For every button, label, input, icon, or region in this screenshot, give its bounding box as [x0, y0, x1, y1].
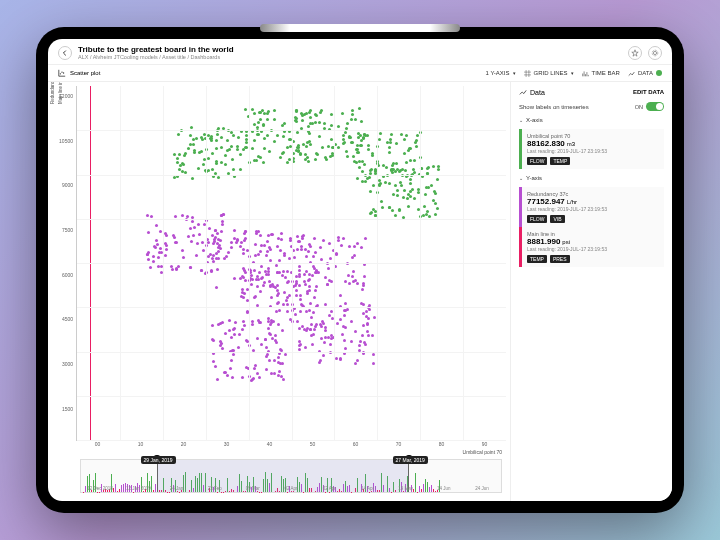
- favorite-button[interactable]: [628, 46, 642, 60]
- timebar-tick-label: 14 Apr: [348, 486, 386, 491]
- chevron-down-icon: ⌄: [519, 117, 523, 123]
- card-last-reading: Last reading: 2019-JUL-17 23:19:53: [527, 148, 659, 154]
- timebar-tick-label: 12 Jan 2019: [119, 486, 157, 491]
- data-label: DATA: [638, 70, 653, 76]
- svg-point-1: [652, 50, 658, 56]
- timebar-icon: [582, 70, 589, 77]
- timeseries-card[interactable]: Umbilical point 7088162.830 m3Last readi…: [519, 129, 664, 169]
- y-axis: Redundancy 37c Main line in 120001050090…: [52, 86, 76, 441]
- sidebar-header: Data EDIT DATA: [519, 88, 664, 96]
- y-tick: 9000: [62, 182, 73, 188]
- card-value: 88162.830: [527, 139, 565, 148]
- labels-toggle[interactable]: [646, 102, 664, 111]
- y-tick: 3000: [62, 361, 73, 367]
- card-tag: PRES: [550, 255, 570, 263]
- y-axis-label-left: Redundancy 37c: [50, 82, 55, 104]
- timebar-tick-label: 19 May: [387, 486, 425, 491]
- card-tag: FLOW: [527, 215, 547, 223]
- timebar-tick-label: 12 Dec 2018: [81, 486, 119, 491]
- y-tick: 6000: [62, 272, 73, 278]
- app-screen: Tribute to the greatest board in the wor…: [48, 39, 672, 501]
- breadcrumb: ALX / Alvheim JTCooling models / Asset t…: [78, 54, 622, 60]
- yaxis-toggle[interactable]: 1 Y-AXIS ▾: [485, 70, 515, 76]
- timebar-tick-label: 24 Jan: [157, 486, 195, 491]
- card-tag: VIB: [550, 215, 564, 223]
- sidebar-title: Data: [530, 89, 545, 96]
- svg-point-2: [60, 73, 61, 74]
- grid-icon: [524, 70, 531, 77]
- svg-point-4: [63, 72, 64, 73]
- timebar-tick-label: 02 Apr: [272, 486, 310, 491]
- edit-data-button[interactable]: EDIT DATA: [633, 89, 664, 95]
- chart-type-label: Scatter plot: [58, 69, 100, 77]
- y-tick: 10500: [59, 138, 73, 144]
- timebar-date-end: 27 Mar, 2019: [393, 456, 428, 464]
- xaxis-section[interactable]: ⌄ X-axis: [519, 117, 664, 123]
- card-unit: m3: [567, 141, 575, 147]
- card-unit: psi: [562, 239, 570, 245]
- card-value: 77152.947: [527, 197, 565, 206]
- timebar-toggle[interactable]: TIME BAR: [582, 70, 620, 77]
- card-tag: TEMP: [527, 255, 547, 263]
- card-tag: TEMP: [550, 157, 570, 165]
- timeseries-card[interactable]: Redundancy 37c77152.947 L/hrLast reading…: [519, 187, 664, 227]
- data-icon: [628, 70, 635, 77]
- gridlines-toggle[interactable]: GRID LINES ▾: [524, 70, 574, 77]
- apple-pencil: [260, 24, 460, 32]
- page-title: Tribute to the greatest board in the wor…: [78, 45, 622, 54]
- card-value: 8881.990: [527, 237, 560, 246]
- plot-wrap: Redundancy 37c Main line in 120001050090…: [52, 86, 506, 441]
- timebar-tick-label: 23 Feb: [196, 486, 234, 491]
- xaxis-cards: Umbilical point 7088162.830 m3Last readi…: [519, 129, 664, 169]
- xaxis-section-label: X-axis: [526, 117, 543, 123]
- back-button[interactable]: [58, 46, 72, 60]
- chevron-down-icon: ▾: [513, 70, 516, 76]
- timebar-tick-label: 14 Jun: [425, 486, 463, 491]
- y-tick: 12000: [59, 93, 73, 99]
- svg-point-0: [653, 51, 656, 54]
- chart-type-text: Scatter plot: [70, 70, 100, 76]
- data-icon: [519, 88, 527, 96]
- chevron-down-icon: ⌄: [519, 175, 523, 181]
- star-icon: [631, 49, 639, 57]
- data-panel-toggle[interactable]: DATA: [628, 70, 662, 77]
- labels-toggle-row: Show labels on timeseries ON: [519, 102, 664, 111]
- data-active-indicator: [656, 70, 662, 76]
- card-last-reading: Last reading: 2019-JUL-17 23:19:53: [527, 206, 659, 212]
- x-axis-label: Umbilical point 70: [52, 447, 506, 455]
- data-sidebar: Data EDIT DATA Show labels on timeseries…: [510, 82, 672, 501]
- labels-toggle-state: ON: [635, 104, 643, 110]
- y-tick: 1500: [62, 406, 73, 412]
- timebar-label: TIME BAR: [592, 70, 620, 76]
- chevron-down-icon: ▾: [571, 70, 574, 76]
- title-block: Tribute to the greatest board in the wor…: [78, 45, 622, 60]
- time-bar[interactable]: 29 Jan, 2019 27 Mar, 2019 12 Dec 201812 …: [80, 459, 502, 493]
- timebar-tick-label: 02 Apr: [310, 486, 348, 491]
- timeseries-card[interactable]: Main line in8881.990 psiLast reading: 20…: [519, 227, 664, 267]
- scatter-plot[interactable]: [76, 86, 506, 441]
- header: Tribute to the greatest board in the wor…: [48, 39, 672, 65]
- card-last-reading: Last reading: 2019-JUL-17 23:19:53: [527, 246, 659, 252]
- main: Redundancy 37c Main line in 120001050090…: [48, 82, 672, 501]
- timebar-date-start: 29 Jan, 2019: [141, 456, 176, 464]
- arrow-left-icon: [61, 49, 69, 57]
- yaxis-cards: Redundancy 37c77152.947 L/hrLast reading…: [519, 187, 664, 267]
- yaxis-section[interactable]: ⌄ Y-axis: [519, 175, 664, 181]
- toolbar: Scatter plot 1 Y-AXIS ▾ GRID LINES ▾ TIM…: [48, 65, 672, 82]
- gridlines-label: GRID LINES: [534, 70, 568, 76]
- timebar-tick-label: 24 Jun: [463, 486, 501, 491]
- y-tick: 4500: [62, 316, 73, 322]
- settings-button[interactable]: [648, 46, 662, 60]
- yaxis-label: 1 Y-AXIS: [485, 70, 509, 76]
- labels-toggle-label: Show labels on timeseries: [519, 104, 589, 110]
- scatter-icon: [58, 69, 66, 77]
- svg-point-3: [61, 72, 62, 73]
- chart-area: Redundancy 37c Main line in 120001050090…: [48, 82, 510, 501]
- yaxis-section-label: Y-axis: [526, 175, 542, 181]
- y-tick: 7500: [62, 227, 73, 233]
- tablet-frame: Tribute to the greatest board in the wor…: [36, 27, 684, 513]
- gear-icon: [651, 49, 659, 57]
- card-unit: L/hr: [567, 199, 577, 205]
- card-tag: FLOW: [527, 157, 547, 165]
- timebar-ticks: 12 Dec 201812 Jan 201924 Jan23 Feb09 Mar…: [81, 486, 501, 491]
